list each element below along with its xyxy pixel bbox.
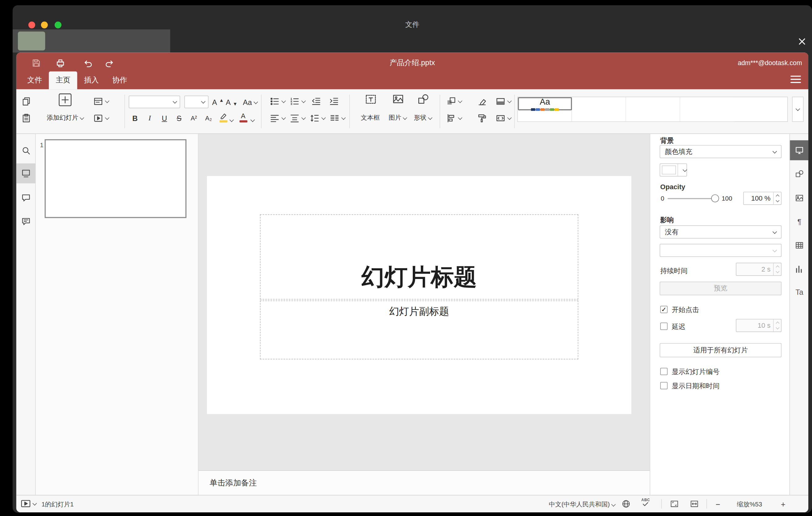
superscript-button[interactable]: A² [187,111,200,125]
theme-option-selected[interactable]: Aa [518,97,572,111]
highlight-color-button[interactable] [217,111,230,124]
slides-panel-button[interactable] [16,163,36,183]
chat-button[interactable] [16,211,36,231]
shape-settings-button[interactable] [790,164,809,184]
theme-option[interactable] [680,97,734,121]
title-placeholder[interactable]: 幻灯片标题 [260,214,578,300]
theme-gallery-more-button[interactable] [792,96,803,122]
start-slideshow-button[interactable] [20,499,36,508]
delay-input[interactable]: 10 s [736,319,781,332]
zoom-out-button[interactable]: − [713,497,723,510]
effect-select[interactable]: 没有 [660,225,781,238]
paste-button[interactable] [20,111,33,125]
columns-icon [329,113,340,123]
table-settings-button[interactable] [790,235,809,256]
spellcheck-button[interactable]: ABC [641,498,650,507]
notes-area[interactable]: 单击添加备注 [199,470,650,495]
opacity-slider-knob[interactable] [711,194,719,202]
tab-file[interactable]: 文件 [20,71,49,89]
background-fill-select[interactable]: 颜色填充 [660,145,781,158]
comment-icon [21,193,31,202]
language-selector[interactable]: 中文(中华人民共和国) [517,500,615,509]
tab-collaboration[interactable]: 协作 [106,71,134,89]
font-color-button[interactable]: A [237,111,250,124]
duration-label: 持续时间 [660,266,688,276]
duration-input[interactable]: 2 s [736,263,781,276]
italic-button[interactable]: I [143,111,156,125]
modal-close-button[interactable] [796,36,808,47]
add-slide-menu[interactable]: 添加幻灯片 [36,114,94,122]
theme-option[interactable] [626,97,680,121]
zoom-in-button[interactable]: + [778,497,788,510]
spinner[interactable] [773,192,781,204]
change-case-button[interactable]: Aa [240,96,260,109]
copy-button[interactable] [20,94,33,108]
textart-settings-button[interactable]: Ta [790,282,809,302]
clear-style-button[interactable] [475,94,489,108]
decrease-font-button[interactable]: A▼ [225,96,238,109]
fill-color-picker[interactable] [660,163,687,176]
decrease-indent-button[interactable] [310,94,323,108]
tab-insert[interactable]: 插入 [77,71,106,89]
font-size-input[interactable] [188,98,199,106]
vertical-align-button[interactable] [289,111,305,125]
slide-size-button[interactable] [495,111,511,125]
align-objects-button[interactable] [446,111,462,125]
document-language-button[interactable] [621,499,631,509]
bold-button[interactable]: B [129,111,141,125]
opacity-slider-track[interactable] [668,198,715,199]
zoom-level: 缩放%53 [724,500,775,509]
insert-shape-menu[interactable]: 形状 [404,114,441,122]
slide-settings-button[interactable] [790,140,809,161]
preview-slideshow-button[interactable] [93,111,109,125]
start-on-click-checkbox[interactable]: ✓ [660,306,668,313]
preview-button[interactable]: 预览 [660,282,781,295]
spinner[interactable] [773,263,781,275]
comments-button[interactable] [16,188,36,208]
copy-style-button[interactable] [475,111,489,125]
arrange-button[interactable] [446,94,462,108]
apply-to-all-button[interactable]: 适用于所有幻灯片 [660,343,781,357]
show-date-time-checkbox[interactable] [660,382,668,390]
chevron-down-icon [253,100,258,104]
insert-image-button[interactable] [391,93,405,106]
chart-settings-button[interactable] [790,259,809,279]
insert-shape-button[interactable] [416,93,430,106]
increase-indent-button[interactable] [327,94,341,108]
image-settings-button[interactable] [790,188,809,208]
add-slide-button[interactable] [58,93,72,107]
increase-font-button[interactable]: A▲ [212,96,224,109]
bullet-list-button[interactable] [269,94,285,108]
numbered-list-button[interactable] [289,94,305,108]
fit-slide-button[interactable] [670,499,679,509]
subscript-button[interactable]: A₂ [202,111,215,125]
underline-button[interactable]: U [158,111,171,125]
effect-type-select[interactable] [660,244,781,257]
menu-button[interactable] [790,76,801,83]
font-color-menu[interactable] [250,114,256,127]
tab-home[interactable]: 主页 [49,71,77,89]
font-size-combo[interactable] [184,96,208,108]
font-name-combo[interactable] [129,96,180,108]
slide-layout-button[interactable] [93,94,109,108]
horizontal-align-button[interactable] [269,111,285,125]
fit-width-button[interactable] [690,499,699,509]
line-spacing-button[interactable] [310,111,325,125]
theme-option[interactable] [572,97,626,121]
paragraph-settings-button[interactable]: ¶ [790,212,809,232]
highlight-color-menu[interactable] [229,114,235,127]
show-slide-number-checkbox[interactable] [660,368,668,375]
spinner[interactable] [773,319,781,332]
font-name-input[interactable] [132,98,171,106]
fit-slide-icon [670,499,679,509]
shape-fill-button[interactable] [495,94,511,108]
subtitle-placeholder[interactable]: 幻灯片副标题 [260,300,578,360]
delay-checkbox[interactable] [660,322,668,330]
search-button[interactable] [16,140,36,161]
strikethrough-button[interactable]: S [173,111,185,125]
columns-button[interactable] [329,111,345,125]
slide[interactable]: 幻灯片标题 幻灯片副标题 [207,176,632,414]
opacity-input[interactable]: 100 % [743,192,781,205]
slide-thumbnail[interactable] [45,139,187,218]
insert-textbox-button[interactable] [364,93,378,106]
